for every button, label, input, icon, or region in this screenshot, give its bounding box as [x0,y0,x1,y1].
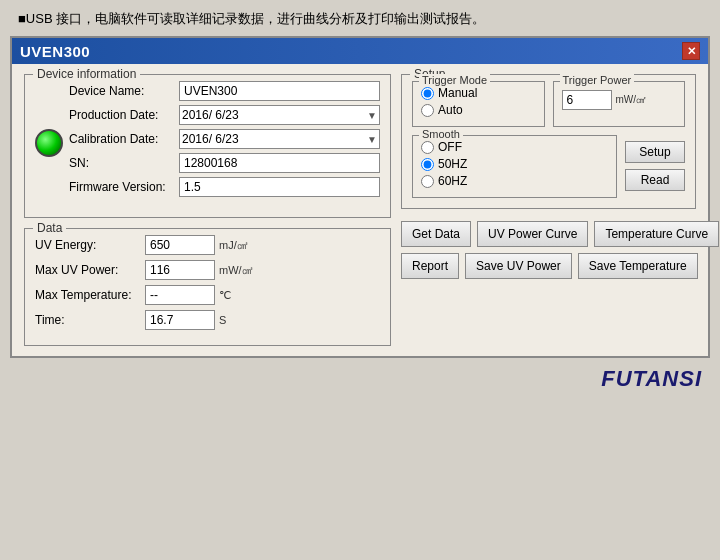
setup-read-buttons: Setup Read [625,135,685,191]
setup-button[interactable]: Setup [625,141,685,163]
smooth-60hz-radio[interactable] [421,175,434,188]
time-row: Time: S [35,310,380,330]
firmware-version-row: Firmware Version: [69,177,380,197]
smooth-50hz-label[interactable]: 50HZ [438,157,467,171]
uv-energy-label: UV Energy: [35,238,145,252]
btn-row-1: Get Data UV Power Curve Temperature Curv… [401,221,696,247]
data-group-label: Data [33,221,66,235]
save-uv-power-button[interactable]: Save UV Power [465,253,572,279]
trigger-power-label: Trigger Power [560,74,635,86]
max-uv-power-unit: mW/㎠ [219,263,253,278]
window-body: Device information Device Name: Producti… [12,64,708,356]
device-status-indicator [35,129,63,157]
main-window: UVEN300 ✕ Device information Device Name… [10,36,710,358]
smooth-group: Smooth OFF 50HZ 60HZ [412,135,617,198]
smooth-off-label[interactable]: OFF [438,140,462,154]
footer: FUTANSI [0,358,720,398]
sn-row: SN: [69,153,380,173]
production-date-label: Production Date: [69,108,179,122]
max-temperature-label: Max Temperature: [35,288,145,302]
calibration-date-label: Calibration Date: [69,132,179,146]
calibration-date-select[interactable]: 2016/ 6/23 ▼ [179,129,380,149]
firmware-version-input[interactable] [179,177,380,197]
time-label: Time: [35,313,145,327]
trigger-row: Trigger Mode Manual Auto Trigger [412,81,685,127]
trigger-mode-label: Trigger Mode [419,74,490,86]
production-date-arrow: ▼ [367,110,377,121]
sn-label: SN: [69,156,179,170]
device-name-row: Device Name: [69,81,380,101]
device-fields: Device Name: Production Date: 2016/ 6/23… [69,81,380,201]
uv-power-curve-button[interactable]: UV Power Curve [477,221,588,247]
firmware-version-label: Firmware Version: [69,180,179,194]
uv-energy-input[interactable] [145,235,215,255]
max-uv-power-input[interactable] [145,260,215,280]
max-temperature-row: Max Temperature: ℃ [35,285,380,305]
top-description: ■USB 接口，电脑软件可读取详细记录数据，进行曲线分析及打印输出测试报告。 [0,0,720,36]
trigger-power-unit: mW/㎠ [616,93,647,107]
close-button[interactable]: ✕ [682,42,700,60]
smooth-50hz-radio[interactable] [421,158,434,171]
smooth-row: Smooth OFF 50HZ 60HZ [412,135,685,198]
trigger-power-group: Trigger Power mW/㎠ [553,81,686,127]
window-title: UVEN300 [20,43,90,60]
trigger-power-input[interactable] [562,90,612,110]
left-panel: Device information Device Name: Producti… [24,74,391,346]
trigger-auto-radio[interactable] [421,104,434,117]
smooth-60hz-label[interactable]: 60HZ [438,174,467,188]
uv-energy-unit: mJ/㎠ [219,238,248,253]
report-button[interactable]: Report [401,253,459,279]
calibration-date-row: Calibration Date: 2016/ 6/23 ▼ [69,129,380,149]
trigger-mode-group: Trigger Mode Manual Auto [412,81,545,127]
production-date-select[interactable]: 2016/ 6/23 ▼ [179,105,380,125]
btn-row-2: Report Save UV Power Save Temperature [401,253,696,279]
production-date-value: 2016/ 6/23 [182,108,239,122]
smooth-group-label: Smooth [419,128,463,140]
trigger-manual-row: Manual [421,86,536,100]
trigger-manual-radio[interactable] [421,87,434,100]
smooth-off-radio[interactable] [421,141,434,154]
trigger-power-input-row: mW/㎠ [562,90,677,110]
read-button[interactable]: Read [625,169,685,191]
device-name-input[interactable] [179,81,380,101]
right-panel: Setup Trigger Mode Manual Auto [401,74,696,346]
uv-energy-row: UV Energy: mJ/㎠ [35,235,380,255]
trigger-auto-label[interactable]: Auto [438,103,463,117]
smooth-50hz-row: 50HZ [421,157,608,171]
calibration-date-value: 2016/ 6/23 [182,132,239,146]
data-group: Data UV Energy: mJ/㎠ Max UV Power: mW/㎠ … [24,228,391,346]
device-info-label: Device information [33,67,140,81]
calibration-date-arrow: ▼ [367,134,377,145]
title-bar: UVEN300 ✕ [12,38,708,64]
get-data-button[interactable]: Get Data [401,221,471,247]
production-date-row: Production Date: 2016/ 6/23 ▼ [69,105,380,125]
max-temperature-unit: ℃ [219,289,231,302]
time-input[interactable] [145,310,215,330]
sn-input[interactable] [179,153,380,173]
setup-group: Setup Trigger Mode Manual Auto [401,74,696,209]
trigger-auto-row: Auto [421,103,536,117]
max-uv-power-row: Max UV Power: mW/㎠ [35,260,380,280]
action-buttons-area: Get Data UV Power Curve Temperature Curv… [401,221,696,279]
time-unit: S [219,314,226,326]
max-temperature-input[interactable] [145,285,215,305]
brand-label: FUTANSI [601,366,702,391]
smooth-off-row: OFF [421,140,608,154]
main-layout: Device information Device Name: Producti… [24,74,696,346]
device-indicator-row: Device Name: Production Date: 2016/ 6/23… [35,81,380,201]
save-temperature-button[interactable]: Save Temperature [578,253,698,279]
device-info-group: Device information Device Name: Producti… [24,74,391,218]
smooth-60hz-row: 60HZ [421,174,608,188]
device-name-label: Device Name: [69,84,179,98]
trigger-manual-label[interactable]: Manual [438,86,477,100]
temperature-curve-button[interactable]: Temperature Curve [594,221,719,247]
max-uv-power-label: Max UV Power: [35,263,145,277]
